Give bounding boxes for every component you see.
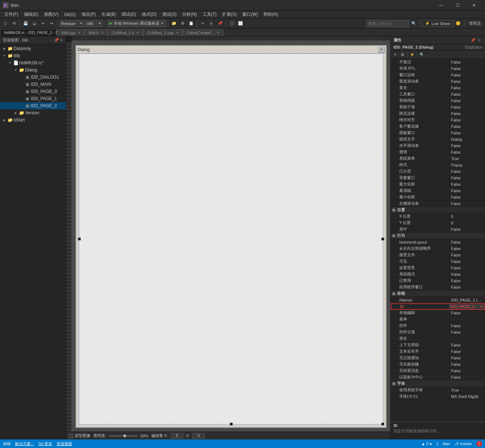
menu-edit[interactable]: 编辑(E): [21, 11, 41, 19]
tab-cwndcreatef[interactable]: CWndCreateF... ✕: [183, 29, 223, 36]
resize-handle-bottom-right[interactable]: [381, 423, 384, 425]
menu-file[interactable]: 文件(F): [1, 11, 21, 19]
dialog-close-btn[interactable]: ✕: [378, 47, 385, 53]
props-tb-alpha[interactable]: ⊞: [399, 51, 406, 58]
resize-handle-bottom[interactable]: [230, 423, 233, 425]
prop-bujihua-value: False: [449, 60, 485, 64]
menu-extensions[interactable]: 扩展(X): [219, 11, 239, 19]
tab-cuiwnd1-cpp[interactable]: CUIWnd_1.cpp ✕: [143, 29, 183, 36]
tab-aim-cpp-close[interactable]: ✕: [78, 31, 80, 35]
zoom-handle[interactable]: [123, 434, 126, 437]
tab-htdmfcdll[interactable]: htdMfcDll.rc - IDD_PAGE_2 - Dialog* ✕: [0, 29, 57, 36]
section-zaxiang-icon: ▣: [391, 292, 396, 295]
zoom-slider[interactable]: [109, 435, 138, 437]
toolbar-btn8[interactable]: ⬛: [228, 20, 236, 28]
menu-tools[interactable]: 工具(T): [200, 11, 219, 19]
prop-row-jianjizixiang: 剪辑子项 False: [391, 104, 485, 110]
prop-id-value[interactable]: IDD_PAGE_2 ▼: [449, 304, 484, 309]
sidebar-item-idd-page2[interactable]: ▣ IDD_PAGE_2: [0, 102, 66, 109]
props-pin-icon[interactable]: 📌: [470, 38, 476, 43]
sidebar-item-version[interactable]: ▶ 📁 Version: [0, 109, 66, 116]
props-tb-categories[interactable]: ≡: [392, 51, 399, 58]
tab-aim-cpp[interactable]: AIM.cpp ✕: [57, 29, 84, 36]
toolbar-new[interactable]: ⬡: [1, 20, 9, 28]
sidebar-close-icon[interactable]: ✕: [60, 38, 63, 43]
sidebar-item-idd-dialog1[interactable]: ▣ IDD_DIALOG1: [0, 74, 66, 81]
minimize-button[interactable]: —: [433, 0, 449, 11]
prop-row-xitongcaidan: 系统菜单 True: [391, 155, 485, 162]
tab-cuiwnd1-cpp-close[interactable]: ✕: [176, 31, 179, 35]
menu-debug[interactable]: 调试(D): [119, 11, 139, 19]
tab-cuiwnd1-h[interactable]: CUIWnd_1.h ✕: [108, 29, 143, 36]
prop-jieshouwen-name: 接受文件: [391, 252, 449, 258]
offset-x-input[interactable]: [171, 433, 183, 439]
tab-cwndcreatef-close[interactable]: ✕: [217, 31, 219, 35]
props-tb-event[interactable]: ⚡: [409, 51, 415, 58]
tab-aim-h[interactable]: AIM.h ✕: [84, 29, 108, 36]
prop-row-id[interactable]: ID IDD_PAGE_2 ▼: [391, 303, 485, 310]
sidebar-item-idd-main[interactable]: ▣ IDD_MAIN: [0, 81, 66, 88]
toolbar-btn9[interactable]: ⬜: [237, 20, 244, 28]
toolbar-undo[interactable]: ↩: [39, 20, 47, 28]
dialog-canvas[interactable]: Dialog ✕: [72, 41, 390, 432]
menu-window[interactable]: 窗口(W): [239, 11, 261, 19]
toolbar-btn7[interactable]: 📋: [187, 20, 195, 28]
maximize-button[interactable]: ☐: [449, 0, 466, 11]
menu-analyze[interactable]: 分析(N): [179, 11, 200, 19]
toolbar-save[interactable]: 💾: [22, 20, 30, 28]
toolbar-back[interactable]: ⟲: [10, 20, 18, 28]
sidebar-item-tiiib[interactable]: ▼ 📁 tiiib: [0, 52, 66, 59]
menu-project[interactable]: 项目(P): [79, 11, 99, 19]
feedback-icon[interactable]: 😊: [454, 20, 462, 28]
prop-section-ziti-label: 字体: [396, 381, 449, 386]
prop-row-yangshi: 样式 Popup: [391, 162, 485, 168]
toolbar-paste[interactable]: 📌: [216, 20, 224, 28]
menu-test[interactable]: 测试(S): [159, 11, 179, 19]
prop-zuocegundong-value: False: [449, 201, 485, 206]
sidebar-item-dialog[interactable]: ▼ 📁 Dialog: [0, 66, 66, 74]
resize-handle-right[interactable]: [381, 238, 384, 240]
live-share-button[interactable]: ⚡ Live Share: [422, 20, 454, 27]
toolbar-cut[interactable]: ✂: [199, 20, 207, 28]
sidebar-item-idd-page0[interactable]: ▣ IDD_PAGE_0: [0, 88, 66, 95]
prop-row-kehubianyuan: 客户窗边缘 False: [391, 123, 485, 130]
props-close-icon[interactable]: ✕: [476, 38, 482, 43]
prototype-checkbox[interactable]: [69, 434, 73, 438]
props-tb-search[interactable]: 🔍: [419, 51, 425, 58]
run-button[interactable]: ▶ 本地 Windows 调试服务器 ▼: [107, 20, 166, 27]
release-dropdown[interactable]: Release ▼: [59, 20, 84, 27]
toolbar-copy[interactable]: ⎘: [208, 20, 216, 28]
sidebar-item-tistart[interactable]: ▶ 📁 tiStart: [0, 116, 66, 124]
prop-section-xingwei-label: 行为: [396, 233, 449, 238]
status-resource[interactable]: 资源视图: [56, 441, 72, 447]
tab-aim-h-close[interactable]: ✕: [101, 31, 104, 35]
toolbar-btn6[interactable]: ⚙: [179, 20, 187, 28]
tab-cuiwnd1-h-close[interactable]: ✕: [136, 31, 139, 35]
dialog-inner-area: [79, 54, 383, 424]
toolbar-btn5[interactable]: 📁: [170, 20, 178, 28]
toolbar-redo[interactable]: ↪: [48, 20, 55, 28]
sidebar-item-idd-page1[interactable]: ▣ IDD_PAGE_1: [0, 95, 66, 102]
close-button[interactable]: ✕: [466, 0, 482, 11]
toolbar-save-all[interactable]: 🗂: [30, 20, 38, 28]
sidebar-pin-icon[interactable]: 📌: [54, 38, 59, 43]
title-bar: titan — ☐ ✕: [0, 0, 485, 11]
menu-view[interactable]: 视图(V): [41, 11, 61, 19]
offset-y-input[interactable]: [192, 433, 205, 439]
status-solution[interactable]: 解决方案...: [15, 441, 34, 447]
search-icon[interactable]: 🔍: [410, 20, 418, 28]
menu-format[interactable]: 格式(O): [139, 11, 159, 19]
sidebar-item-htdmfcdll[interactable]: ▼ 📄 htdMfcDll.rc*: [0, 59, 66, 66]
menu-help[interactable]: 帮助(H): [261, 11, 281, 19]
expand-tiiib-icon: ▼: [1, 53, 7, 59]
menu-git[interactable]: Git(G): [61, 11, 79, 19]
status-git[interactable]: Git 更改: [38, 441, 52, 447]
search-input[interactable]: [366, 20, 409, 27]
resize-handle-left[interactable]: [78, 238, 81, 240]
section-xingwei-icon: ▣: [391, 234, 396, 238]
prop-kehubianyuan-value: False: [449, 124, 485, 129]
menu-build[interactable]: 生成(B): [99, 11, 119, 19]
sidebar-item-dataanly[interactable]: ▶ 📁 DataAnly: [0, 45, 66, 52]
platform-dropdown[interactable]: x86 ▼: [85, 20, 103, 27]
prop-miaosu-name: 描述文字: [391, 136, 449, 142]
